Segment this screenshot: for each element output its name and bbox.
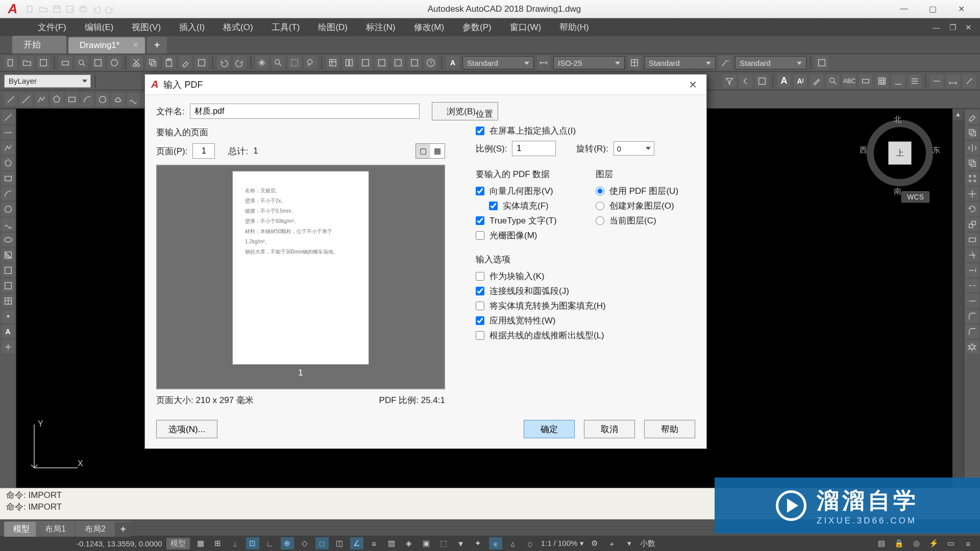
dcenter-icon[interactable]: [342, 56, 356, 69]
raster-checkbox[interactable]: [476, 231, 484, 240]
viewcube-west[interactable]: 西: [860, 145, 867, 155]
rect2-icon[interactable]: [2, 172, 15, 185]
fillet-icon[interactable]: [966, 325, 979, 338]
status-mode[interactable]: 模型: [166, 538, 190, 549]
wcs-badge[interactable]: WCS: [901, 191, 929, 203]
layer-combo[interactable]: ByLayer: [4, 74, 91, 88]
redo2-icon[interactable]: [233, 56, 247, 69]
workspace2-icon[interactable]: ⚙: [588, 537, 601, 549]
mirror-icon[interactable]: [966, 141, 979, 155]
quickcalc-icon[interactable]: [408, 56, 421, 69]
3ddwf-icon[interactable]: [108, 56, 121, 69]
menu-dimension[interactable]: 标注(N): [357, 18, 405, 36]
units-icon[interactable]: ▾: [623, 537, 636, 549]
scale-icon[interactable]: [966, 218, 979, 231]
new-icon[interactable]: [24, 4, 36, 15]
viewcube-east[interactable]: 东: [933, 145, 940, 155]
plot-icon[interactable]: [78, 4, 89, 15]
undo-icon[interactable]: [91, 4, 102, 15]
line-icon[interactable]: [2, 111, 15, 124]
cut-icon[interactable]: [130, 56, 143, 69]
layout-tab-model[interactable]: 模型: [4, 521, 39, 537]
paste-icon[interactable]: [162, 56, 176, 69]
view-cube[interactable]: 上 北 南 西 东: [862, 115, 938, 191]
snap-toggle-icon[interactable]: ⊞: [211, 537, 225, 549]
page-input[interactable]: [192, 143, 215, 159]
trim-icon[interactable]: [966, 248, 979, 262]
scroll-up-icon[interactable]: ▲: [952, 109, 964, 120]
zoom-realtime-icon[interactable]: [272, 56, 285, 69]
file-input[interactable]: [190, 104, 420, 119]
cancel-button[interactable]: 取消: [584, 420, 635, 438]
tab-new[interactable]: +: [147, 37, 167, 54]
status-precision[interactable]: 小数: [640, 539, 655, 548]
zoom-window-icon[interactable]: [288, 56, 301, 69]
tablestyle-icon[interactable]: [628, 56, 641, 69]
addselected-icon[interactable]: [2, 340, 15, 354]
erase-icon[interactable]: [966, 111, 979, 124]
justify-icon[interactable]: [908, 74, 921, 88]
ducs-icon[interactable]: ⬚: [437, 537, 450, 549]
line-tool-icon[interactable]: [4, 93, 17, 106]
minimize-button[interactable]: —: [893, 4, 915, 14]
menu-format[interactable]: 格式(O): [214, 18, 262, 36]
layout-tab-1[interactable]: 布局1: [36, 521, 75, 537]
autoanno-icon[interactable]: ⍜: [524, 537, 537, 549]
menu-insert[interactable]: 插入(I): [170, 18, 214, 36]
pline2-icon[interactable]: [2, 141, 15, 155]
arc-tool-icon[interactable]: [81, 93, 94, 106]
lockui-icon[interactable]: 🔒: [892, 537, 905, 549]
zoom-prev-icon[interactable]: [304, 56, 317, 69]
dynamic-input-icon[interactable]: ⊡: [246, 537, 259, 549]
solidfill-checkbox[interactable]: [489, 202, 498, 210]
menu-edit[interactable]: 编辑(E): [76, 18, 123, 36]
table-icon[interactable]: [875, 74, 889, 88]
menu-tools[interactable]: 工具(T): [262, 18, 309, 36]
copy-icon[interactable]: [146, 56, 159, 69]
annoscale-icon[interactable]: ⍟: [489, 537, 502, 549]
stretch-icon[interactable]: [966, 233, 979, 246]
help-button[interactable]: 帮助: [644, 420, 695, 438]
mtext2-icon[interactable]: A: [2, 325, 15, 338]
dtext-icon[interactable]: AI: [794, 74, 807, 88]
viewcube-south[interactable]: 南: [894, 187, 901, 196]
vertical-scrollbar[interactable]: ▲ ▼: [952, 109, 964, 490]
toolpalettes-icon[interactable]: [359, 56, 372, 69]
ortho-icon[interactable]: ∟: [263, 537, 277, 549]
3d-icon[interactable]: ▣: [420, 537, 433, 549]
quickprops-icon[interactable]: ▤: [875, 537, 888, 549]
extend-icon[interactable]: [966, 264, 979, 277]
mdi-close[interactable]: ✕: [963, 23, 974, 32]
spline-tool-icon[interactable]: [127, 93, 140, 106]
tab-start[interactable]: 开始: [12, 36, 66, 54]
hardware-icon[interactable]: ⚡: [927, 537, 940, 549]
cleanscreen-icon[interactable]: ▭: [944, 537, 958, 549]
lwdisplay-icon[interactable]: ≡: [368, 537, 381, 549]
workspace-icon[interactable]: [815, 56, 828, 69]
app-logo-icon[interactable]: A: [4, 1, 21, 18]
vector-checkbox[interactable]: [476, 187, 484, 195]
layer-prev-icon[interactable]: [739, 74, 752, 88]
mleader-style-combo[interactable]: Standard: [735, 56, 806, 69]
dimlinear-icon[interactable]: [946, 74, 960, 88]
arc2-icon[interactable]: [2, 187, 15, 201]
open2-icon[interactable]: [20, 56, 34, 69]
current-layer-radio[interactable]: [596, 216, 604, 225]
open-icon[interactable]: [38, 4, 49, 15]
table-style-combo[interactable]: Standard: [644, 56, 716, 69]
mdi-minimize[interactable]: —: [930, 23, 942, 32]
create-obj-layers-radio[interactable]: [596, 202, 604, 210]
markup-icon[interactable]: [391, 56, 405, 69]
move-icon[interactable]: [966, 187, 979, 201]
point-icon[interactable]: [2, 310, 15, 323]
transparency-icon[interactable]: ▨: [385, 537, 398, 549]
filter-icon[interactable]: ▼: [454, 537, 468, 549]
rotate-combo[interactable]: 0: [614, 141, 654, 156]
publish-icon[interactable]: [91, 56, 105, 69]
hatch-checkbox[interactable]: [476, 302, 484, 310]
menu-parametric[interactable]: 参数(P): [453, 18, 501, 36]
close-button[interactable]: ✕: [950, 4, 972, 14]
page-preview[interactable]: 名称：无镀层。壁厚：不小于2x。镀膜：不小于0.5mm。壁厚：不小于60kg/m…: [156, 165, 445, 389]
iso-icon[interactable]: ◇: [298, 537, 311, 549]
osnap-icon[interactable]: □: [315, 537, 329, 549]
